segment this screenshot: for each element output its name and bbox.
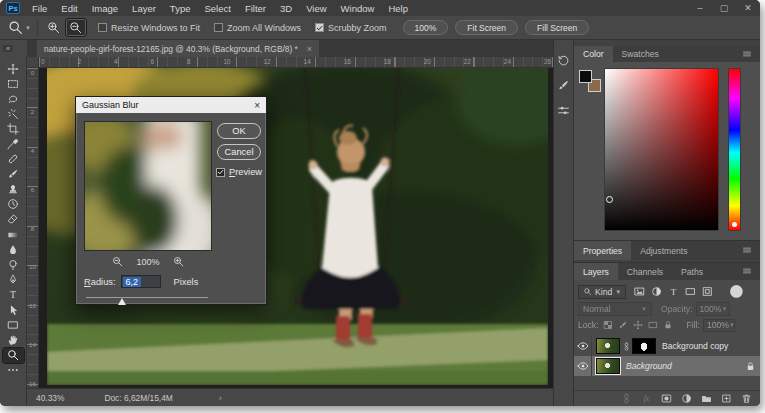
layer-filter-kind-dropdown[interactable]: Kind ▼	[578, 285, 626, 299]
panel-menu-icon[interactable]	[740, 49, 754, 59]
zoom-all-windows-checkbox[interactable]: Zoom All Windows	[214, 23, 301, 33]
blur-preview[interactable]	[84, 121, 212, 251]
layer-visibility-toggle[interactable]	[574, 336, 592, 356]
sliders-panel-icon[interactable]	[557, 104, 570, 117]
link-layers-icon[interactable]	[621, 393, 632, 404]
move-tool[interactable]	[3, 61, 24, 76]
adjustment-layer-filter-icon[interactable]	[651, 286, 662, 297]
layer-visibility-toggle[interactable]	[574, 356, 592, 376]
eraser-tool[interactable]	[3, 212, 24, 227]
healing-brush-tool[interactable]	[3, 152, 24, 167]
layer-thumbnail[interactable]	[596, 358, 620, 374]
checkbox[interactable]	[315, 23, 324, 32]
saturation-brightness-field[interactable]	[604, 68, 719, 231]
menu-item[interactable]: Type	[163, 0, 198, 16]
lock-all-icon[interactable]	[663, 320, 673, 330]
shape-layer-filter-icon[interactable]	[685, 286, 696, 297]
eyedropper-tool[interactable]	[3, 136, 24, 151]
layer-name[interactable]: Background copy	[662, 341, 728, 351]
checkbox[interactable]	[98, 23, 107, 32]
foreground-background-swatches[interactable]	[579, 70, 601, 92]
ok-button[interactable]: OK	[217, 123, 261, 139]
status-menu-arrow-icon[interactable]: ›	[219, 393, 222, 403]
lasso-tool[interactable]	[3, 91, 24, 106]
layer-mask-thumbnail[interactable]	[632, 338, 656, 354]
status-zoom-level[interactable]: 40.33%	[36, 393, 64, 403]
radius-input[interactable]: 6,2	[121, 275, 161, 288]
panel-menu-icon[interactable]	[740, 245, 754, 255]
menu-item[interactable]: Edit	[54, 0, 84, 16]
history-brush-tool[interactable]	[3, 197, 24, 212]
fill-value[interactable]: 100% ▼	[703, 319, 735, 332]
delete-layer-icon[interactable]	[741, 393, 752, 404]
lock-pixels-icon[interactable]	[618, 320, 628, 330]
dialog-close-icon[interactable]: ×	[254, 100, 260, 111]
blend-mode-dropdown[interactable]: Normal ▼	[578, 302, 652, 316]
zoom-in-button[interactable]	[44, 19, 64, 36]
close-button[interactable]: ✕	[736, 0, 760, 16]
layer-thumbnail[interactable]	[596, 338, 620, 354]
quick-selection-tool[interactable]	[3, 106, 24, 121]
tab-paths[interactable]: Paths	[672, 263, 712, 280]
edit-toolbar-button[interactable]	[3, 363, 24, 378]
document-tab[interactable]: nature-people-girl-forest-12165.jpg @ 40…	[37, 40, 319, 57]
checkbox[interactable]	[214, 23, 223, 32]
new-adjustment-layer-icon[interactable]	[681, 393, 692, 404]
zoom-out-icon[interactable]	[112, 256, 123, 267]
menu-item[interactable]: 3D	[273, 0, 299, 16]
menu-item[interactable]: File	[25, 0, 54, 16]
menu-item[interactable]: Help	[381, 0, 415, 16]
maximize-button[interactable]: ▢	[712, 0, 736, 16]
resize-windows-to-fit-checkbox[interactable]: Resize Windows to Fit	[98, 23, 200, 33]
blur-tool[interactable]	[3, 242, 24, 257]
crop-tool[interactable]	[3, 121, 24, 136]
horizontal-ruler[interactable]: 02468101214161820222426	[39, 57, 553, 68]
dodge-tool[interactable]	[3, 257, 24, 272]
zoom-tool[interactable]	[3, 348, 24, 363]
add-layer-mask-icon[interactable]	[661, 393, 672, 404]
zoom-in-icon[interactable]	[173, 256, 184, 267]
shape-tool[interactable]	[3, 318, 24, 333]
menu-item[interactable]: View	[299, 0, 333, 16]
menu-item[interactable]: Image	[85, 0, 125, 16]
hue-marker[interactable]	[732, 222, 737, 227]
lock-artboard-icon[interactable]	[648, 320, 658, 330]
smart-object-filter-icon[interactable]	[702, 286, 713, 297]
new-layer-icon[interactable]	[721, 393, 732, 404]
tab-color[interactable]: Color	[574, 46, 613, 62]
tab-properties[interactable]: Properties	[574, 241, 631, 260]
marquee-tool[interactable]	[3, 76, 24, 91]
layer-row-background-copy[interactable]: Background copy	[574, 336, 760, 356]
toolbar-collapse[interactable]: «	[0, 40, 27, 57]
pen-tool[interactable]	[3, 272, 24, 287]
brush-tool[interactable]	[3, 167, 24, 182]
layer-row-background[interactable]: Background	[574, 356, 760, 376]
tab-close-icon[interactable]: ×	[307, 44, 312, 54]
gradient-tool[interactable]	[3, 227, 24, 242]
vertical-ruler[interactable]: 0246810121416	[27, 68, 39, 388]
scrubby-zoom-checkbox[interactable]: Scrubby Zoom	[315, 23, 387, 33]
type-layer-filter-icon[interactable]: T	[668, 286, 679, 297]
brush-panel-icon[interactable]	[557, 79, 570, 92]
pixel-layer-filter-icon[interactable]	[634, 286, 645, 297]
fill-screen-button[interactable]: Fill Screen	[525, 20, 589, 35]
lock-transparency-icon[interactable]	[603, 320, 613, 330]
cancel-button[interactable]: Cancel	[217, 144, 261, 160]
foreground-color-swatch[interactable]	[579, 70, 592, 83]
menu-item[interactable]: Layer	[125, 0, 163, 16]
tab-swatches[interactable]: Swatches	[613, 46, 668, 62]
menu-item[interactable]: Filter	[238, 0, 273, 16]
zoom-tool-preset[interactable]: ▼	[8, 20, 31, 35]
zoom-100-button[interactable]: 100%	[403, 20, 449, 35]
tab-layers[interactable]: Layers	[574, 263, 618, 280]
clone-stamp-tool[interactable]	[3, 182, 24, 197]
tab-adjustments[interactable]: Adjustments	[631, 241, 696, 260]
slider-thumb[interactable]	[118, 298, 126, 305]
color-marker[interactable]	[606, 196, 613, 203]
lock-position-icon[interactable]	[633, 320, 643, 330]
menu-item[interactable]: Window	[334, 0, 382, 16]
opacity-value[interactable]: 100% ▼	[696, 302, 730, 316]
menu-item[interactable]: Select	[197, 0, 237, 16]
preview-checkbox[interactable]	[216, 168, 225, 177]
minimize-button[interactable]: –	[688, 0, 712, 16]
